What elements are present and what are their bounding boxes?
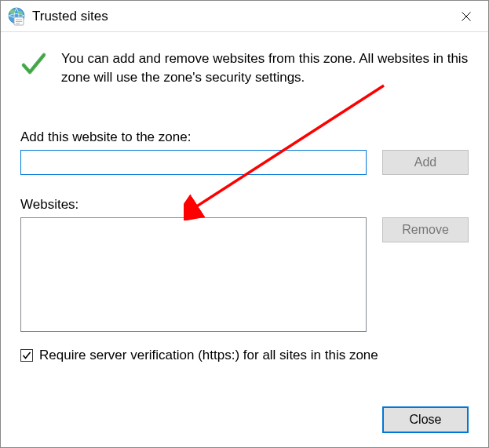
remove-button[interactable]: Remove xyxy=(382,217,469,242)
titlebar: Trusted sites xyxy=(1,1,488,32)
website-url-input[interactable] xyxy=(20,150,367,175)
close-button[interactable]: Close xyxy=(382,406,469,433)
dialog-footer: Close xyxy=(20,388,469,433)
websites-label: Websites: xyxy=(20,197,469,213)
https-verification-row[interactable]: Require server verification (https:) for… xyxy=(20,348,469,363)
add-website-label: Add this website to the zone: xyxy=(20,129,469,145)
add-website-row: Add xyxy=(20,150,469,175)
trusted-sites-dialog: Trusted sites You can add and remove web… xyxy=(0,0,489,448)
window-close-button[interactable] xyxy=(447,2,485,31)
trusted-sites-icon xyxy=(7,7,26,26)
https-verification-label: Require server verification (https:) for… xyxy=(39,348,378,363)
info-row: You can add and remove websites from thi… xyxy=(20,49,469,87)
websites-row: Remove xyxy=(20,217,469,332)
https-verification-checkbox[interactable] xyxy=(20,349,33,362)
check-icon xyxy=(22,351,31,360)
dialog-title: Trusted sites xyxy=(32,9,447,24)
info-text: You can add and remove websites from thi… xyxy=(61,49,469,87)
close-icon xyxy=(462,12,471,21)
checkmark-icon xyxy=(20,51,47,78)
websites-listbox[interactable] xyxy=(20,217,367,332)
add-button[interactable]: Add xyxy=(382,150,469,175)
dialog-content: You can add and remove websites from thi… xyxy=(1,32,488,447)
